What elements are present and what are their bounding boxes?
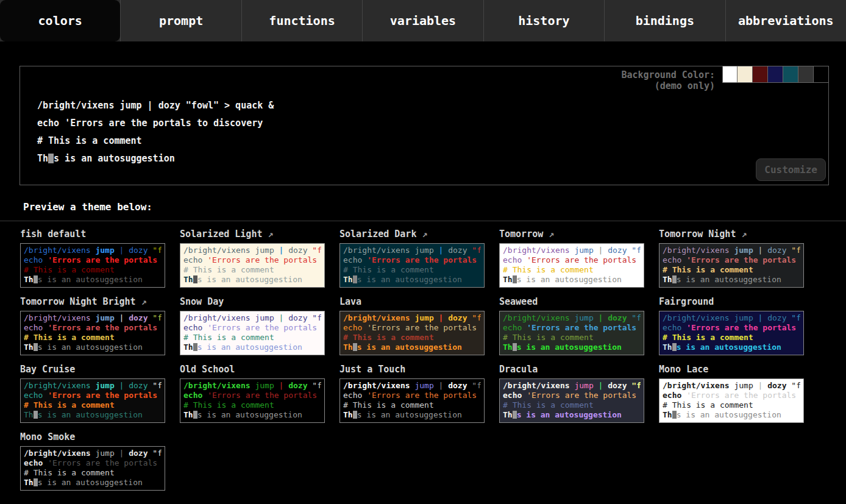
theme-block: Dracula/bright/vixens jump | dozy "fowl"… [499,364,644,423]
theme-name[interactable]: Solarized Light ↗ [180,229,325,242]
sample-token: 'Errors are the portals to discovery [207,255,321,264]
sample-line: # This is a comment [24,468,162,478]
theme-name-label: Solarized Light [180,229,262,240]
theme-card[interactable]: /bright/vixens jump | dozy "fowl" > quac… [180,243,325,288]
sample-token: Th [183,275,193,284]
sample-token: /bright/vixens [503,381,574,390]
bg-swatch-3[interactable] [768,66,783,83]
theme-card[interactable]: /bright/vixens jump | dozy "fowl" > quac… [499,378,644,423]
sample-token: # This is a comment [24,333,115,342]
theme-block: Old School/bright/vixens jump | dozy "fo… [180,364,325,423]
sample-line: # This is a comment [343,265,481,275]
theme-card[interactable]: /bright/vixens jump | dozy "fowl" > quac… [339,311,485,355]
tab-history[interactable]: history [483,0,604,41]
sample-token: dozy [288,246,312,255]
theme-card[interactable]: /bright/vixens jump | dozy "fowl" > quac… [339,243,485,288]
sample-line: echo 'Errors are the portals to discover… [183,391,321,400]
sample-token: "fowl" > quack & [631,313,641,322]
sample-line: Ths is an autosuggestion [183,410,321,420]
sample-token: echo [663,255,686,264]
theme-card[interactable]: /bright/vixens jump | dozy "fowl" > quac… [20,243,165,288]
theme-card[interactable]: /bright/vixens jump | dozy "fowl" > quac… [180,311,325,355]
sample-line-autosuggestion: Ths is an autosuggestion [37,150,274,168]
sample-token: 'Errors are the portals to discovery [686,255,800,264]
sample-token: "fowl" > quack & [791,246,800,255]
bg-swatch-0[interactable] [722,66,738,83]
theme-card[interactable]: /bright/vixens jump | dozy "fowl" > quac… [659,378,804,423]
sample-token: jump [734,246,758,255]
bg-swatch-2[interactable] [753,66,768,83]
cursor-block [353,275,357,283]
themes-header: Preview a theme below: [23,201,846,213]
theme-card[interactable]: /bright/vixens jump | dozy "fowl" > quac… [20,311,165,355]
bg-swatch-6[interactable] [814,66,829,83]
sample-token: s is an autosuggestion [357,343,462,352]
theme-name-label: fish default [20,229,86,240]
tab-prompt[interactable]: prompt [120,0,241,41]
sample-token: Th [24,478,34,487]
tab-bindings[interactable]: bindings [604,0,725,41]
sample-line: /bright/vixens jump | dozy "fowl" > quac… [503,381,641,391]
external-link-icon: ↗ [416,229,427,240]
theme-card[interactable]: /bright/vixens jump | dozy "fowl" > quac… [20,446,165,491]
sample-line: /bright/vixens jump | dozy "fowl" > quac… [663,381,800,391]
theme-card[interactable]: /bright/vixens jump | dozy "fowl" > quac… [339,378,485,423]
tab-abbreviations[interactable]: abbreviations [725,0,846,41]
sample-line: echo 'Errors are the portals to discover… [503,255,641,265]
theme-card[interactable]: /bright/vixens jump | dozy "fowl" > quac… [20,378,165,423]
tab-functions[interactable]: functions [241,0,362,41]
sample-line: echo 'Errors are the portals to discover… [24,458,162,468]
external-link-icon: ↗ [136,296,147,307]
sample-token: s is an autosuggestion [38,343,143,352]
sample-token: Th [503,410,513,419]
theme-card[interactable]: /bright/vixens jump | dozy "fowl" > quac… [180,378,325,423]
theme-card[interactable]: /bright/vixens jump | dozy "fowl" > quac… [659,243,804,288]
cursor-block [193,343,197,351]
sample-line: /bright/vixens jump | dozy "fowl" > quac… [24,381,162,391]
sample-token: dozy [448,313,472,322]
bg-swatch-5[interactable] [798,66,814,83]
customize-button[interactable]: Customize [756,158,826,181]
theme-name[interactable]: Tomorrow Night ↗ [659,229,804,242]
theme-name[interactable]: Solarized Dark ↗ [339,229,485,242]
sample-line: Ths is an autosuggestion [183,343,321,352]
sample-token: /bright/vixens [663,313,734,322]
sample-line: echo 'Errors are the portals to discover… [183,255,321,265]
sample-line: # This is a comment [503,400,641,410]
sample-token: | [758,381,768,390]
theme-grid: fish default/bright/vixens jump | dozy "… [0,221,846,499]
sample-token: | [599,246,608,255]
sample-token: /bright/vixens [183,313,255,322]
theme-block: Solarized Dark ↗/bright/vixens jump | do… [339,229,485,288]
sample-token: 'Errors are the portals to discovery [48,391,162,400]
sample-token: dozy [288,381,312,390]
sample-line: # This is a comment [24,265,162,275]
theme-block: Fairground/bright/vixens jump | dozy "fo… [659,296,804,355]
theme-name-label: Seaweed [499,296,538,307]
sample-token: dozy [608,381,631,390]
sample-token: | [279,246,289,255]
tab-colors[interactable]: colors [0,0,120,41]
sample-token: echo [183,255,207,264]
sample-token: 'Errors are the portals to discovery [686,323,800,332]
sample-line: echo 'Errors are the portals to discover… [343,255,481,265]
tab-variables[interactable]: variables [362,0,483,41]
theme-card[interactable]: /bright/vixens jump | dozy "fowl" > quac… [499,311,644,355]
sample-token: | [279,313,289,322]
sample-token: # This is a comment [343,265,434,274]
theme-name[interactable]: Tomorrow ↗ [499,229,644,242]
theme-name-label: Tomorrow [499,229,543,240]
bg-swatch-4[interactable] [783,66,798,83]
sample-token: "fowl" > quack & [312,381,321,390]
sample-line: # This is a comment [183,400,321,410]
sample-line: /bright/vixens jump | dozy "fowl" > quac… [24,313,162,323]
sample-token: # This is a comment [24,400,115,410]
sample-token: /bright/vixens [343,246,414,255]
theme-card[interactable]: /bright/vixens jump | dozy "fowl" > quac… [499,243,644,288]
bg-swatch-1[interactable] [738,66,753,83]
sample-token: echo [24,255,48,264]
theme-card[interactable]: /bright/vixens jump | dozy "fowl" > quac… [659,311,804,355]
theme-block: Bay Cruise/bright/vixens jump | dozy "fo… [20,364,165,423]
sample-token: echo [503,323,527,332]
theme-name[interactable]: Tomorrow Night Bright ↗ [20,296,165,310]
